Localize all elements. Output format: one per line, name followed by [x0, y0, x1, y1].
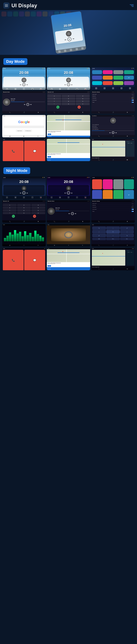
night-keypad-1[interactable]: 1 [3, 204, 17, 206]
menu-icon[interactable] [3, 2, 10, 9]
night-keypad-7[interactable]: 7 [3, 209, 17, 212]
ctrl-btn-1[interactable]: SRC [92, 238, 106, 240]
night-auto-answer-toggle[interactable] [132, 206, 134, 208]
night-nav-prev[interactable]: ⏮ [128, 252, 129, 253]
ctrl-btn-3[interactable]: VOL- [120, 238, 134, 240]
night-keypad-6[interactable]: 6 [31, 206, 45, 209]
social-play[interactable]: ⏸ [112, 131, 114, 134]
song-item-3[interactable]: 华乐_EEJE.mp3 [92, 127, 134, 128]
carplay-go-btn[interactable]: GO [48, 156, 51, 158]
night-play-pause[interactable]: ⏸ [71, 212, 74, 215]
keypad-7[interactable]: 7 [48, 100, 61, 102]
app-icon-11[interactable] [113, 81, 123, 85]
google-search-btn[interactable]: Google Search [16, 130, 23, 132]
keypad-2[interactable]: 2 [62, 95, 76, 97]
arrow-left[interactable]: ← [92, 230, 106, 233]
night-go-btn[interactable]: GO [48, 265, 51, 266]
night-keypad-8[interactable]: 8 [17, 209, 31, 212]
keypad-8[interactable]: 8 [62, 100, 76, 102]
app-icon-3[interactable] [113, 70, 123, 74]
nav-next[interactable]: ⏭ [131, 142, 132, 144]
app-icon-9[interactable] [92, 81, 102, 85]
night-app-2[interactable] [103, 179, 113, 189]
night-call-btn[interactable]: 📞 [12, 215, 15, 218]
lucky-btn[interactable]: I'm Feeling Lucky [24, 130, 32, 132]
night-messages-app[interactable]: 💬 [24, 250, 45, 270]
ctrl-btn-2[interactable]: VOL+ [106, 238, 120, 240]
night-keypad-2[interactable]: 2 [17, 204, 31, 206]
night-app-7[interactable] [113, 190, 123, 199]
night-app-6[interactable] [103, 190, 113, 199]
arrow-down[interactable]: ↓ [106, 234, 120, 237]
app-icon-12[interactable] [124, 81, 134, 85]
arrow-upright[interactable]: ↗ [120, 226, 134, 230]
app-icon-10[interactable] [103, 81, 113, 85]
power-toggle[interactable] [132, 102, 134, 103]
keypad-9[interactable]: 9 [76, 100, 90, 102]
night-app-4[interactable] [124, 179, 134, 189]
night-carplay-phone: 13:48 ⚡ 📞 💬 🎵 🗺 ◀ ⊙ ⚙ [2, 248, 46, 270]
night-auto-connect-toggle[interactable] [132, 209, 134, 210]
social-next[interactable]: ⏭ [116, 132, 117, 134]
keypad-3[interactable]: 3 [76, 95, 90, 97]
play-pause-button[interactable]: ⏸ [26, 103, 29, 106]
messages-app[interactable]: 💬 [24, 141, 45, 161]
bt-music-title: Bluetooth_Music [3, 92, 10, 92]
end-call-button[interactable]: 📵 [78, 106, 81, 109]
auto-answer-toggle[interactable] [132, 98, 134, 98]
nav-play[interactable]: ⏵ [130, 142, 130, 144]
keypad-4[interactable]: 4 [48, 98, 61, 100]
keypad-6[interactable]: 6 [76, 98, 90, 100]
call-button[interactable]: 📞 [56, 106, 60, 109]
google-logo: Google [18, 120, 30, 124]
phone-app[interactable]: 📞 [3, 141, 24, 161]
night-phone-app[interactable]: 📞 [3, 250, 24, 270]
keypad-0[interactable]: 0 [62, 103, 76, 105]
next-button[interactable]: ⏭ [30, 104, 32, 105]
arrow-downleft[interactable]: ↙ [92, 234, 106, 237]
social-prev[interactable]: ⏮ [109, 132, 111, 134]
song-item-1[interactable]: 华乐_03_REJE.mp3 [92, 124, 134, 126]
night-keypad-0[interactable]: 0 [17, 212, 31, 214]
arrow-right[interactable]: → [120, 230, 134, 233]
app-icon-bt[interactable]: BT [124, 76, 134, 80]
app-icon-2[interactable] [103, 70, 113, 74]
app-icon-7[interactable] [113, 76, 123, 80]
app-icon-5[interactable] [92, 76, 102, 80]
arrow-upleft[interactable]: ↖ [92, 226, 106, 230]
keypad-5[interactable]: 5 [62, 98, 76, 100]
night-app-1[interactable] [92, 179, 102, 189]
google-search-bar[interactable] [4, 126, 44, 128]
auto-connect-toggle[interactable] [132, 100, 134, 101]
hamburger-right-icon[interactable] [130, 4, 134, 7]
night-app-3[interactable] [113, 179, 123, 189]
night-keypad-star[interactable]: * [3, 212, 17, 214]
app-icon-6[interactable] [103, 76, 113, 80]
night-keypad-4[interactable]: 4 [3, 206, 17, 209]
night-app-5[interactable] [92, 190, 102, 199]
night-nav-next[interactable]: ⏭ [131, 252, 132, 253]
arrow-downright[interactable]: ↘ [120, 234, 134, 237]
app-icon-1[interactable] [92, 70, 102, 74]
night-keypad-3[interactable]: 3 [31, 204, 45, 206]
night-next[interactable]: ⏭ [75, 213, 76, 214]
night-power-toggle[interactable] [132, 211, 134, 212]
app-icon-4[interactable] [124, 70, 134, 74]
go-button[interactable]: GO [48, 134, 51, 135]
night-keypad-5[interactable]: 5 [17, 206, 31, 209]
night-app-bt[interactable]: BT [124, 190, 134, 199]
night-keypad-9[interactable]: 9 [31, 209, 45, 212]
night-nav-play[interactable]: ⏵ [130, 252, 130, 253]
night-end-call-btn[interactable]: 📵 [33, 215, 36, 218]
night-keypad-hash[interactable]: # [31, 212, 45, 214]
nav-prev[interactable]: ⏮ [128, 142, 129, 144]
song-item-4[interactable]: 华乐_02_测试.mp3 [92, 128, 134, 130]
keypad-1[interactable]: 1 [48, 95, 61, 97]
song-item-2[interactable]: 新乐_05.mp3 [92, 126, 134, 127]
prev-button[interactable]: ⏮ [24, 104, 25, 105]
night-prev[interactable]: ⏮ [68, 213, 70, 214]
keypad-star[interactable]: * [48, 103, 61, 105]
arrow-center[interactable]: ⊙ [106, 230, 120, 233]
keypad-hash[interactable]: # [76, 103, 90, 105]
arrow-up[interactable]: ↑ [106, 226, 120, 230]
